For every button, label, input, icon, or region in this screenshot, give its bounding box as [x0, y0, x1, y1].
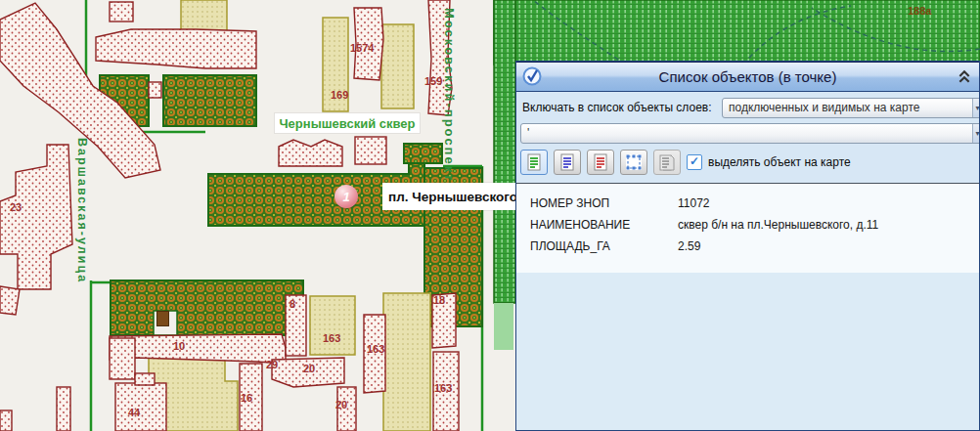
building-number: 16	[241, 393, 252, 404]
layers-dropdown[interactable]: подключенных и видимых на карте ▾	[722, 98, 980, 118]
list-report-blue-button[interactable]	[554, 150, 581, 175]
building-number: 18	[433, 295, 445, 306]
building-number: 23	[10, 202, 22, 213]
panel-titlebar[interactable]: Список объектов (в точке)	[516, 62, 979, 92]
attributes-table: НОМЕР ЗНОП 11072 НАИМЕНОВАНИЕ сквер б/н …	[516, 184, 979, 273]
layers-label: Включать в список объекты слоев:	[522, 101, 712, 114]
attr-name: НОМЕР ЗНОП	[530, 193, 609, 214]
attr-value: сквер б/н на пл.Чернышевского, д.11	[678, 214, 878, 236]
list-report-green-button[interactable]	[520, 150, 548, 175]
building-number: 20	[303, 364, 315, 374]
object-marker[interactable]: 1	[334, 185, 358, 208]
object-list-panel: Список объектов (в точке) Включать в спи…	[515, 61, 980, 431]
building-number: 20	[335, 400, 347, 410]
table-row[interactable]: НОМЕР ЗНОП 11072	[516, 193, 979, 214]
table-row[interactable]: НАИМЕНОВАНИЕ сквер б/н на пл.Чернышевско…	[516, 214, 979, 236]
building-number: 29	[266, 360, 278, 370]
layers-dropdown-value: подключенных и видимых на карте	[729, 101, 919, 114]
building-number: 10	[173, 341, 185, 352]
panel-title: Список объектов (в точке)	[516, 63, 979, 91]
attr-value: 2.59	[678, 236, 700, 257]
highlight-on-map-checkbox[interactable]: ✓	[687, 154, 702, 170]
app-window: { "map": { "street_labels": [ {"id": "mo…	[0, 0, 980, 431]
filter-combobox[interactable]: ' ▾	[520, 123, 980, 144]
chevron-down-icon[interactable]: ▾	[972, 99, 980, 117]
building-number: 159	[424, 76, 442, 87]
chevron-down-icon[interactable]: ▾	[972, 124, 980, 143]
park-structure-icon	[156, 311, 169, 326]
building-number: 163	[323, 333, 340, 344]
attr-name: НАИМЕНОВАНИЕ	[530, 214, 630, 236]
attributes-empty-area	[516, 273, 979, 430]
street-label-varshavskaya: Варшавская-улица	[75, 138, 89, 280]
building-number: 163	[367, 344, 384, 355]
building-number: 163	[434, 383, 452, 394]
building-number: 188а	[908, 6, 931, 17]
building-number: 8	[290, 299, 295, 310]
building-number: 44	[128, 408, 140, 418]
attr-name: ПЛОЩАДЬ_ГА	[530, 236, 610, 257]
properties-button[interactable]	[653, 150, 681, 175]
building-number: 169	[331, 90, 348, 101]
list-report-red-button[interactable]	[587, 150, 614, 175]
collapse-panel-icon[interactable]	[958, 68, 971, 84]
building-number: 1574	[350, 43, 374, 54]
highlight-on-map-label: выделять объект на карте	[708, 155, 851, 169]
marquee-select-button[interactable]	[620, 150, 647, 175]
square-name-label: Чернышевский сквер	[275, 113, 420, 133]
table-row[interactable]: ПЛОЩАДЬ_ГА 2.59	[516, 236, 979, 257]
place-name-label: пл. Чернышевского	[382, 183, 518, 210]
attr-value: 11072	[678, 193, 709, 214]
street-label-moskovsky: Московский-проспект	[442, 8, 457, 169]
filter-combobox-value: '	[527, 126, 529, 140]
